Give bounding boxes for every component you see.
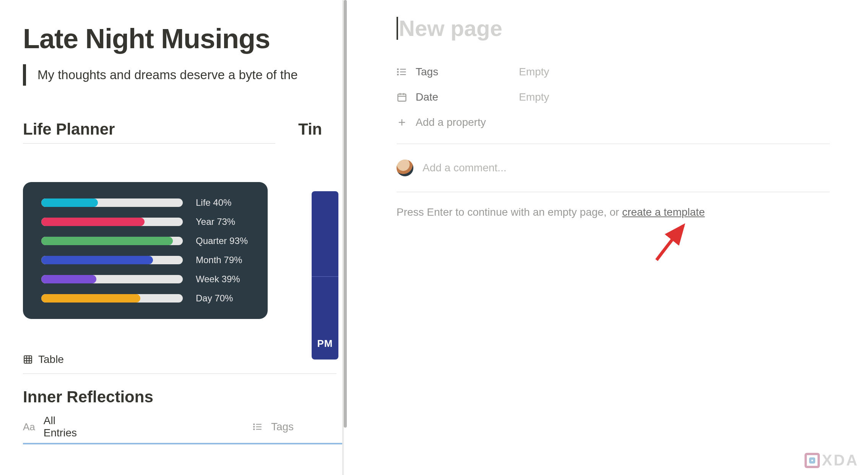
watermark: XDA <box>805 452 859 469</box>
svg-rect-17 <box>398 94 406 101</box>
progress-label: Month 79% <box>196 255 242 265</box>
svg-point-10 <box>254 429 254 429</box>
calendar-icon <box>397 92 409 102</box>
add-property-button[interactable]: Add a property <box>397 110 830 135</box>
progress-track <box>41 218 183 226</box>
multiselect-icon <box>397 67 409 77</box>
empty-page-hint: Press Enter to continue with an empty pa… <box>397 206 830 218</box>
create-template-link[interactable]: create a template <box>622 206 705 218</box>
progress-track <box>41 275 183 283</box>
divider <box>397 192 830 192</box>
progress-widget: Life 40%Year 73%Quarter 93%Month 79%Week… <box>23 182 268 319</box>
progress-label: Week 39% <box>196 274 240 285</box>
selection-line <box>23 443 342 444</box>
page-title: Late Night Musings <box>23 23 342 54</box>
progress-label: Day 70% <box>196 293 233 304</box>
progress-label: Quarter 93% <box>196 236 248 246</box>
divider <box>23 373 336 374</box>
svg-point-15 <box>397 72 398 72</box>
section-heading-timeline-cut: Tin <box>298 120 322 144</box>
database-view-label: Tags <box>271 421 294 433</box>
progress-row: Month 79% <box>41 255 249 265</box>
svg-point-16 <box>397 74 398 75</box>
progress-row: Day 70% <box>41 293 249 304</box>
name-property-icon: Aa <box>23 421 35 433</box>
progress-track <box>41 198 183 207</box>
add-comment-row[interactable]: Add a comment... <box>397 153 830 183</box>
callout-text: My thoughts and dreams deserve a byte of… <box>37 68 298 82</box>
progress-track <box>41 256 183 264</box>
database-view-tab-label: Table <box>38 353 64 366</box>
timeline-block[interactable]: PM <box>312 191 338 360</box>
property-row-tags[interactable]: Tags Empty <box>397 59 830 85</box>
callout-block: My thoughts and dreams deserve a byte of… <box>23 64 342 86</box>
watermark-logo-icon <box>805 453 820 468</box>
new-page-panel: New page Tags Empty Date Empty <box>347 0 868 475</box>
progress-track <box>41 237 183 245</box>
property-value[interactable]: Empty <box>519 66 549 78</box>
add-property-label: Add a property <box>416 116 486 129</box>
watermark-text: XDA <box>822 452 859 469</box>
svg-point-14 <box>397 69 398 70</box>
property-row-date[interactable]: Date Empty <box>397 85 830 110</box>
comment-input-placeholder[interactable]: Add a comment... <box>423 162 506 174</box>
timeline-block-label: PM <box>317 338 333 350</box>
svg-point-8 <box>254 424 254 425</box>
plus-icon <box>397 117 409 128</box>
callout-bar <box>23 64 26 86</box>
hint-text: Press Enter to continue with an empty pa… <box>397 206 622 218</box>
database-view-label: All Entries <box>44 415 77 439</box>
page-title-input[interactable]: New page <box>399 15 502 41</box>
svg-rect-0 <box>24 356 32 363</box>
panel-resize-handle[interactable] <box>342 0 347 475</box>
progress-label: Life 40% <box>196 197 231 208</box>
progress-fill <box>41 237 173 245</box>
database-view-all-entries[interactable]: Aa All Entries <box>23 415 77 439</box>
property-name: Tags <box>416 66 519 78</box>
database-view-tab-table[interactable]: Table <box>23 353 342 366</box>
progress-fill <box>41 294 140 303</box>
table-icon <box>23 355 33 364</box>
background-page: Late Night Musings My thoughts and dream… <box>0 0 342 475</box>
progress-fill <box>41 256 153 264</box>
divider <box>397 143 830 144</box>
avatar <box>397 159 413 176</box>
text-cursor <box>397 17 398 40</box>
progress-fill <box>41 275 96 283</box>
section-heading-planner: Life Planner <box>23 120 298 138</box>
progress-row: Quarter 93% <box>41 236 249 246</box>
progress-row: Year 73% <box>41 216 249 227</box>
progress-row: Week 39% <box>41 274 249 285</box>
annotation-arrow <box>649 222 695 268</box>
divider <box>23 143 275 144</box>
progress-track <box>41 294 183 303</box>
svg-point-9 <box>254 426 254 427</box>
database-title[interactable]: Inner Reflections <box>23 388 342 406</box>
progress-row: Life 40% <box>41 197 249 208</box>
progress-fill <box>41 218 145 226</box>
progress-fill <box>41 198 98 207</box>
database-view-tags[interactable]: Tags <box>253 415 294 439</box>
property-value[interactable]: Empty <box>519 91 549 103</box>
progress-label: Year 73% <box>196 216 235 227</box>
property-name: Date <box>416 91 519 103</box>
list-icon <box>253 422 263 432</box>
property-list: Tags Empty Date Empty Add a property <box>397 59 830 135</box>
